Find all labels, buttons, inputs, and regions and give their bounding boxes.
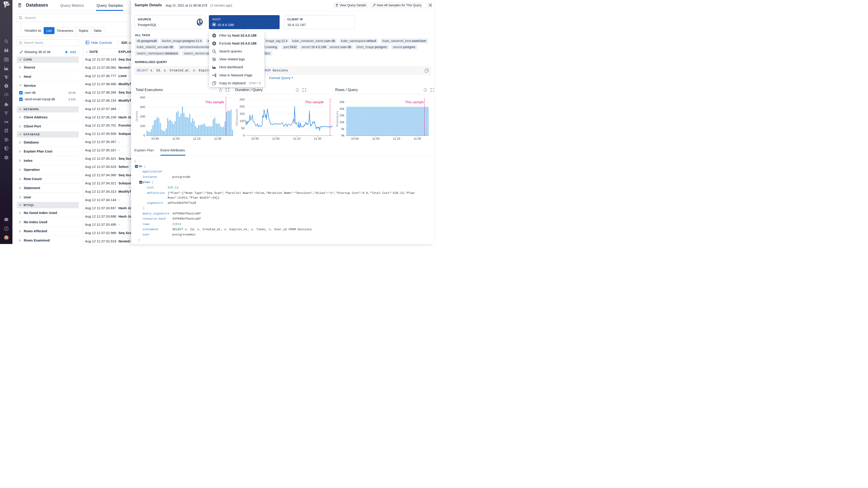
svg-text:?: ?	[5, 227, 7, 230]
